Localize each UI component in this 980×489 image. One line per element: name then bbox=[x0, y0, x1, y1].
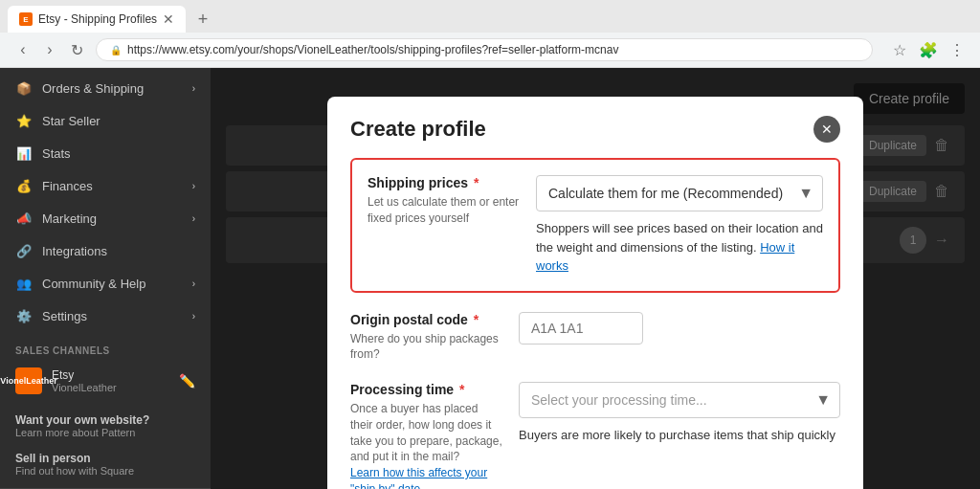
sidebar-item-orders[interactable]: 📦 Orders & Shipping › bbox=[0, 72, 211, 104]
sidebar-item-stats[interactable]: 📊 Stats bbox=[0, 137, 211, 169]
sidebar: 📦 Orders & Shipping › ⭐ Star Seller 📊 St… bbox=[0, 68, 211, 489]
store-sub: VionelLeather bbox=[52, 382, 169, 393]
required-marker: * bbox=[470, 175, 479, 190]
tab-close-button[interactable]: ✕ bbox=[163, 11, 174, 27]
store-edit-button[interactable]: ✏️ bbox=[179, 373, 195, 389]
community-icon: 👥 bbox=[15, 275, 33, 292]
sidebar-item-label: Community & Help bbox=[42, 277, 145, 291]
sidebar-item-label: Orders & Shipping bbox=[42, 81, 144, 96]
shipping-prices-desc: Let us calculate them or enter fixed pri… bbox=[368, 194, 521, 227]
origin-postal-section: Origin postal code * Where do you ship p… bbox=[350, 312, 840, 364]
browser-chrome: E Etsy - Shipping Profiles ✕ + ‹ › ↻ 🔒 h… bbox=[0, 0, 980, 68]
lock-icon: 🔒 bbox=[110, 45, 122, 56]
shipping-prices-helper: Shoppers will see prices based on their … bbox=[536, 219, 823, 276]
chevron-icon: › bbox=[192, 278, 195, 289]
stats-icon: 📊 bbox=[15, 144, 33, 162]
modal-header: Create profile ✕ bbox=[327, 97, 863, 143]
processing-time-dropdown-wrapper: Select your processing time... ▼ bbox=[519, 382, 840, 418]
finances-icon: 💰 bbox=[15, 177, 33, 194]
settings-icon: ⚙️ bbox=[15, 307, 33, 324]
promo-sub: Find out how with Square bbox=[15, 465, 195, 477]
tab-favicon: E bbox=[19, 12, 33, 26]
url-text: https://www.etsy.com/your/shops/VionelLe… bbox=[127, 43, 618, 56]
chevron-icon: › bbox=[192, 83, 195, 94]
sidebar-item-settings[interactable]: ⚙️ Settings › bbox=[0, 300, 211, 332]
star-icon: ⭐ bbox=[15, 112, 33, 129]
promo-title: Want your own website? bbox=[15, 413, 195, 427]
sidebar-item-star[interactable]: ⭐ Star Seller bbox=[0, 104, 211, 137]
integrations-icon: 🔗 bbox=[15, 242, 33, 259]
store-name: Etsy bbox=[52, 368, 169, 382]
create-profile-modal: Create profile ✕ Shipping prices * Let u… bbox=[327, 97, 863, 489]
tab-title: Etsy - Shipping Profiles bbox=[38, 12, 157, 26]
sidebar-item-integrations[interactable]: 🔗 Integrations bbox=[0, 234, 211, 267]
origin-postal-label-col: Origin postal code * Where do you ship p… bbox=[350, 312, 503, 364]
store-icon: VionelLeather bbox=[15, 367, 42, 394]
sales-channels-label: SALES CHANNELS bbox=[0, 336, 211, 360]
processing-time-section: Processing time * Once a buyer has place… bbox=[350, 382, 840, 489]
shipping-prices-controls: Calculate them for me (Recommended) ▼ Sh… bbox=[536, 175, 823, 276]
chevron-icon: › bbox=[192, 213, 195, 224]
promo-title: Sell in person bbox=[15, 452, 195, 465]
shipping-prices-label-col: Shipping prices * Let us calculate them … bbox=[368, 175, 521, 276]
sidebar-item-label: Settings bbox=[42, 309, 87, 323]
url-bar[interactable]: 🔒 https://www.etsy.com/your/shops/Vionel… bbox=[96, 38, 873, 61]
nav-buttons: ‹ › ↻ bbox=[11, 38, 88, 61]
promo-square[interactable]: Sell in person Find out how with Square bbox=[15, 448, 195, 480]
postal-code-input[interactable] bbox=[519, 312, 643, 345]
ship-by-date-link[interactable]: Learn how this affects your "ship by" da… bbox=[350, 466, 487, 489]
modal-close-button[interactable]: ✕ bbox=[813, 116, 840, 143]
processing-time-helper: Buyers are more likely to purchase items… bbox=[519, 426, 840, 445]
processing-time-select[interactable]: Select your processing time... bbox=[519, 382, 840, 418]
modal-overlay: Create profile ✕ Shipping prices * Let u… bbox=[211, 68, 980, 489]
sidebar-item-label: Marketing bbox=[42, 211, 97, 226]
sidebar-item-label: Stats bbox=[42, 146, 71, 161]
processing-time-controls: Select your processing time... ▼ Buyers … bbox=[519, 382, 840, 489]
chevron-icon: › bbox=[192, 181, 195, 191]
processing-time-desc: Once a buyer has placed their order, how… bbox=[350, 401, 503, 489]
orders-icon: 📦 bbox=[15, 79, 33, 97]
marketing-icon: 📣 bbox=[15, 210, 33, 227]
forward-button[interactable]: › bbox=[38, 38, 61, 61]
shipping-prices-section: Shipping prices * Let us calculate them … bbox=[350, 158, 840, 293]
sidebar-store: VionelLeather Etsy VionelLeather ✏️ bbox=[0, 360, 211, 402]
sidebar-promos: Want your own website? Learn more about … bbox=[0, 402, 211, 488]
sidebar-item-label: Integrations bbox=[42, 244, 107, 258]
browser-actions: ☆ 🧩 ⋮ bbox=[888, 38, 969, 61]
menu-icon[interactable]: ⋮ bbox=[946, 38, 969, 61]
modal-body: Shipping prices * Let us calculate them … bbox=[327, 143, 863, 489]
required-marker: * bbox=[456, 382, 464, 397]
main-content: Create profile Duplicate 🗑 Duplicate 🗑 1… bbox=[211, 68, 980, 489]
processing-time-label: Processing time * bbox=[350, 382, 503, 397]
extensions-icon[interactable]: 🧩 bbox=[917, 38, 940, 61]
origin-postal-label: Origin postal code * bbox=[350, 312, 503, 327]
bookmark-icon[interactable]: ☆ bbox=[888, 38, 911, 61]
origin-postal-desc: Where do you ship packages from? bbox=[350, 331, 503, 364]
sidebar-item-community[interactable]: 👥 Community & Help › bbox=[0, 267, 211, 300]
required-marker: * bbox=[470, 312, 479, 327]
refresh-button[interactable]: ↻ bbox=[65, 38, 88, 61]
sidebar-nav: 📦 Orders & Shipping › ⭐ Star Seller 📊 St… bbox=[0, 68, 211, 336]
origin-postal-controls bbox=[519, 312, 840, 364]
chevron-icon: › bbox=[192, 311, 195, 322]
shipping-prices-select[interactable]: Calculate them for me (Recommended) bbox=[536, 175, 823, 211]
app-layout: 📦 Orders & Shipping › ⭐ Star Seller 📊 St… bbox=[0, 68, 980, 489]
sidebar-item-label: Finances bbox=[42, 179, 93, 193]
shipping-prices-dropdown-wrapper: Calculate them for me (Recommended) ▼ bbox=[536, 175, 823, 211]
sidebar-item-finances[interactable]: 💰 Finances › bbox=[0, 169, 211, 202]
address-bar: ‹ › ↻ 🔒 https://www.etsy.com/your/shops/… bbox=[0, 33, 980, 67]
processing-time-label-col: Processing time * Once a buyer has place… bbox=[350, 382, 503, 489]
promo-pattern[interactable]: Want your own website? Learn more about … bbox=[15, 410, 195, 442]
tab-bar: E Etsy - Shipping Profiles ✕ + bbox=[0, 0, 980, 33]
promo-sub: Learn more about Pattern bbox=[15, 427, 195, 438]
back-button[interactable]: ‹ bbox=[11, 38, 34, 61]
store-info: Etsy VionelLeather bbox=[52, 368, 169, 393]
new-tab-button[interactable]: + bbox=[189, 6, 216, 33]
modal-title: Create profile bbox=[350, 117, 486, 142]
active-tab[interactable]: E Etsy - Shipping Profiles ✕ bbox=[8, 6, 186, 33]
sidebar-item-marketing[interactable]: 📣 Marketing › bbox=[0, 202, 211, 234]
sidebar-item-label: Star Seller bbox=[42, 114, 100, 128]
shipping-prices-label: Shipping prices * bbox=[368, 175, 521, 190]
